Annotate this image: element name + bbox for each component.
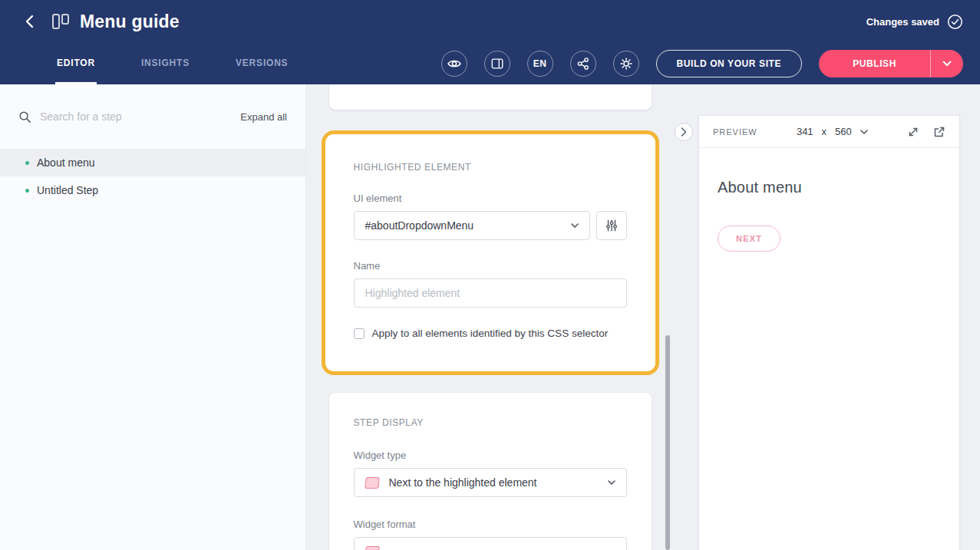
element-name-input[interactable] [354, 278, 627, 308]
chevron-right-icon [681, 127, 687, 137]
ui-element-select[interactable]: #aboutDropdownMenu [354, 211, 590, 240]
settings-button[interactable] [613, 51, 639, 77]
ui-element-value: #aboutDropdownMenu [365, 219, 474, 232]
build-on-your-site-button[interactable]: BUILD ON YOUR SITE [656, 50, 803, 77]
chevron-down-icon [942, 61, 952, 67]
check-circle-icon [947, 14, 963, 30]
card-partial-top [329, 84, 652, 110]
step-item-untitled-step[interactable]: Untitled Step [0, 176, 305, 204]
widget-type-label: Widget type [354, 450, 627, 461]
external-link-icon [933, 126, 945, 138]
header-tabs: EDITOR INSIGHTS VERSIONS [55, 43, 289, 84]
apply-all-checkbox[interactable] [354, 328, 365, 339]
preview-step-title: About menu [718, 179, 941, 196]
tooltip-widget-icon [365, 477, 380, 489]
open-in-new-tab-button[interactable] [933, 126, 945, 138]
layout-panel-button[interactable] [484, 51, 510, 77]
widget-format-select[interactable] [354, 537, 627, 550]
publish-dropdown-button[interactable] [931, 50, 963, 77]
apply-all-label: Apply to all elements identified by this… [372, 328, 609, 339]
share-button[interactable] [570, 51, 596, 77]
changes-saved-status: Changes saved [866, 16, 939, 28]
step-search-input[interactable] [40, 110, 240, 123]
step-editor-panel: HIGHLIGHTED ELEMENT UI element #aboutDro… [306, 84, 674, 550]
chevron-down-icon [608, 480, 615, 485]
step-item-label: Untitled Step [37, 184, 98, 196]
step-status-dot [25, 161, 29, 165]
section-title: HIGHLIGHTED ELEMENT [354, 162, 627, 173]
tune-sliders-icon [605, 219, 619, 232]
expand-all-link[interactable]: Expand all [240, 111, 287, 123]
selector-settings-button[interactable] [596, 211, 627, 240]
preview-panel: PREVIEW 341 x 560 About menu [698, 115, 960, 550]
preview-eye-button[interactable] [441, 51, 467, 77]
step-item-about-menu[interactable]: About menu [0, 149, 305, 176]
preview-label: PREVIEW [713, 127, 757, 137]
publish-split-button: PUBLISH [819, 50, 963, 77]
tab-versions[interactable]: VERSIONS [234, 43, 289, 84]
tab-editor[interactable]: EDITOR [55, 43, 97, 84]
app-header: Menu guide Changes saved EDITOR INSIGHTS… [0, 0, 980, 84]
tooltip-widget-icon [365, 546, 380, 550]
preview-height-value: 560 [835, 126, 852, 137]
ui-element-label: UI element [354, 193, 627, 204]
preview-size-separator: x [822, 126, 827, 137]
fullscreen-preview-button[interactable] [907, 126, 919, 138]
share-icon [576, 57, 590, 71]
preview-size-dropdown[interactable]: 341 x 560 [797, 126, 868, 137]
back-button[interactable] [17, 8, 43, 35]
layout-panel-icon [490, 57, 504, 71]
chevron-down-icon [571, 223, 579, 228]
section-title: STEP DISPLAY [354, 417, 627, 428]
step-item-label: About menu [37, 156, 95, 169]
page-title: Menu guide [80, 12, 180, 32]
name-label: Name [354, 260, 627, 272]
preview-area: PREVIEW 341 x 560 About menu [674, 84, 980, 550]
chevron-down-icon [860, 130, 868, 134]
language-button[interactable]: EN [527, 51, 553, 77]
editor-scrollbar[interactable] [665, 335, 670, 550]
preview-width-value: 341 [797, 126, 813, 137]
widget-type-select[interactable]: Next to the highlighted element [354, 468, 627, 497]
tab-insights[interactable]: INSIGHTS [140, 43, 191, 84]
chevron-left-icon [21, 13, 38, 30]
step-display-card: STEP DISPLAY Widget type Next to the hig… [329, 393, 652, 550]
search-icon [18, 110, 31, 124]
widget-type-value: Next to the highlighted element [389, 476, 537, 489]
preview-next-button[interactable]: NEXT [718, 226, 780, 252]
step-status-dot [25, 189, 29, 193]
eye-icon [447, 56, 462, 71]
publish-button[interactable]: PUBLISH [819, 50, 930, 77]
guide-logo-icon [51, 12, 71, 31]
collapse-panel-button[interactable] [675, 123, 693, 141]
steps-sidebar: Expand all About menu Untitled Step [0, 84, 306, 550]
expand-icon [907, 126, 919, 138]
step-list: About menu Untitled Step [0, 149, 305, 204]
gear-icon [619, 57, 633, 71]
highlighted-element-card: HIGHLIGHTED ELEMENT UI element #aboutDro… [322, 130, 659, 375]
widget-format-label: Widget format [354, 519, 627, 530]
